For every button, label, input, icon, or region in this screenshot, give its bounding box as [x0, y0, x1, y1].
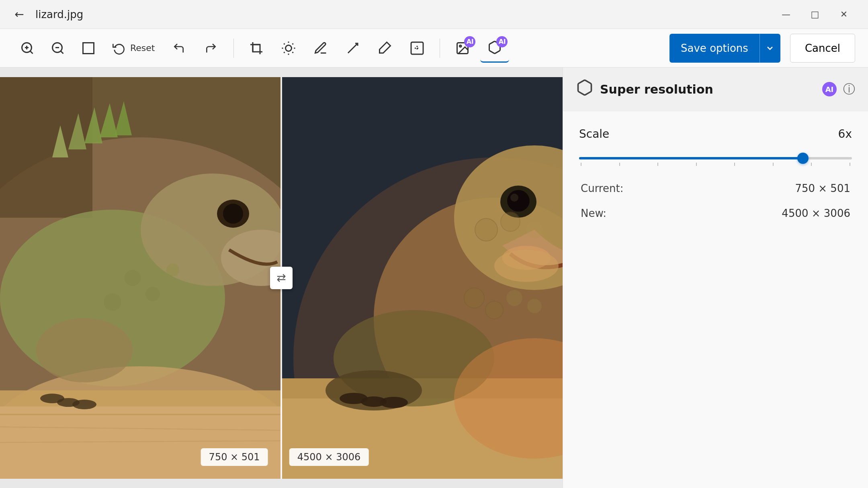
svg-rect-7: [83, 43, 94, 53]
panel-body: Scale 6x: [563, 111, 868, 235]
scale-slider-container: [579, 153, 852, 169]
super-resolution-ai-badge: AI: [496, 36, 508, 47]
svg-marker-23: [380, 42, 391, 53]
svg-point-43: [104, 293, 121, 311]
original-size-label: 750 × 501: [201, 448, 268, 466]
svg-point-26: [460, 45, 462, 47]
maximize-button[interactable]: □: [800, 4, 829, 25]
svg-point-73: [527, 299, 542, 313]
svg-point-67: [494, 250, 559, 282]
image-container: ⇄ 750 × 501 4500 × 3006: [0, 77, 563, 479]
zoom-controls: [13, 34, 103, 63]
divider-handle[interactable]: ⇄: [270, 267, 293, 289]
adjust-button[interactable]: [274, 34, 303, 63]
compare-divider: ⇄: [280, 77, 282, 479]
zoom-in-button[interactable]: [13, 34, 42, 63]
svg-line-22: [348, 43, 358, 53]
reset-button[interactable]: Reset: [106, 34, 161, 63]
svg-line-20: [284, 52, 285, 53]
zoom-out-button[interactable]: [43, 34, 72, 63]
upscaled-image: [281, 77, 563, 479]
svg-rect-10: [253, 45, 260, 52]
svg-point-71: [485, 301, 503, 319]
panel-ai-badge: AI: [822, 82, 837, 96]
upscaled-size-label: 4500 × 3006: [289, 448, 369, 466]
cancel-button[interactable]: Cancel: [790, 34, 855, 63]
svg-point-65: [501, 212, 520, 231]
svg-point-41: [125, 270, 141, 286]
current-value: 750 × 501: [795, 182, 850, 194]
slider-ticks: [579, 163, 852, 166]
svg-point-46: [36, 318, 133, 382]
svg-line-5: [61, 51, 63, 53]
svg-point-44: [166, 263, 179, 276]
minimize-button[interactable]: —: [772, 4, 800, 25]
svg-point-66: [526, 221, 543, 239]
save-options-button[interactable]: Save options: [669, 34, 780, 63]
svg-line-17: [293, 52, 293, 53]
right-panel: Super resolution AI ⓘ Scale 6x: [563, 67, 868, 488]
save-options-label: Save options: [669, 34, 760, 63]
back-button[interactable]: ←: [10, 5, 29, 24]
svg-point-70: [464, 288, 484, 308]
current-label: Current:: [581, 182, 623, 194]
scale-slider[interactable]: [579, 157, 852, 166]
draw-button[interactable]: [306, 34, 335, 63]
crop-button[interactable]: [242, 34, 271, 63]
super-resolution-button[interactable]: AI: [480, 34, 509, 63]
new-size-row: New: 4500 × 3006: [579, 207, 852, 219]
window-controls: — □ ✕: [772, 4, 858, 25]
main-content: ⇄ 750 × 501 4500 × 3006 Super resolution…: [0, 67, 868, 488]
svg-point-13: [286, 45, 292, 51]
generative-ai-button[interactable]: AI: [448, 34, 477, 63]
current-size-row: Current: 750 × 501: [579, 182, 852, 194]
svg-point-35: [223, 204, 243, 224]
svg-point-54: [72, 400, 96, 409]
erase-button[interactable]: [371, 34, 399, 63]
panel-title: Super resolution: [600, 82, 816, 96]
svg-point-63: [510, 194, 518, 202]
new-value: 4500 × 3006: [782, 207, 850, 219]
reset-label: Reset: [130, 43, 155, 53]
window-title: lizard.jpg: [35, 8, 83, 20]
redo-button[interactable]: [197, 34, 225, 63]
svg-point-42: [145, 287, 160, 301]
background-button[interactable]: [403, 34, 432, 63]
close-button[interactable]: ✕: [829, 4, 858, 25]
super-resolution-icon: [576, 79, 594, 100]
markup-button[interactable]: [338, 34, 367, 63]
svg-line-1: [30, 51, 33, 53]
original-image: [0, 77, 281, 479]
fit-button[interactable]: [74, 34, 103, 63]
svg-point-64: [475, 218, 497, 241]
slider-fill: [579, 157, 803, 159]
svg-line-21: [293, 43, 293, 44]
panel-header: Super resolution AI ⓘ: [563, 67, 868, 111]
generative-ai-badge: AI: [464, 36, 475, 47]
toolbar-divider-1: [233, 39, 234, 58]
svg-rect-48: [0, 406, 281, 479]
scale-value: 6x: [838, 127, 852, 141]
slider-thumb[interactable]: [797, 153, 809, 164]
svg-point-72: [506, 290, 522, 306]
svg-point-62: [507, 190, 530, 212]
info-icon[interactable]: ⓘ: [843, 81, 855, 98]
slider-track: [579, 157, 852, 159]
canvas-area: ⇄ 750 × 501 4500 × 3006: [0, 67, 563, 488]
undo-button[interactable]: [164, 34, 193, 63]
toolbar: Reset: [0, 29, 868, 67]
svg-line-16: [284, 43, 285, 44]
titlebar: ← lizard.jpg — □ ✕: [0, 0, 868, 29]
new-label: New:: [581, 207, 606, 219]
toolbar-divider-2: [440, 39, 440, 58]
svg-point-78: [380, 397, 408, 408]
save-options-dropdown[interactable]: [760, 34, 780, 63]
scale-label: Scale: [579, 127, 609, 141]
scale-row: Scale 6x: [579, 127, 852, 141]
